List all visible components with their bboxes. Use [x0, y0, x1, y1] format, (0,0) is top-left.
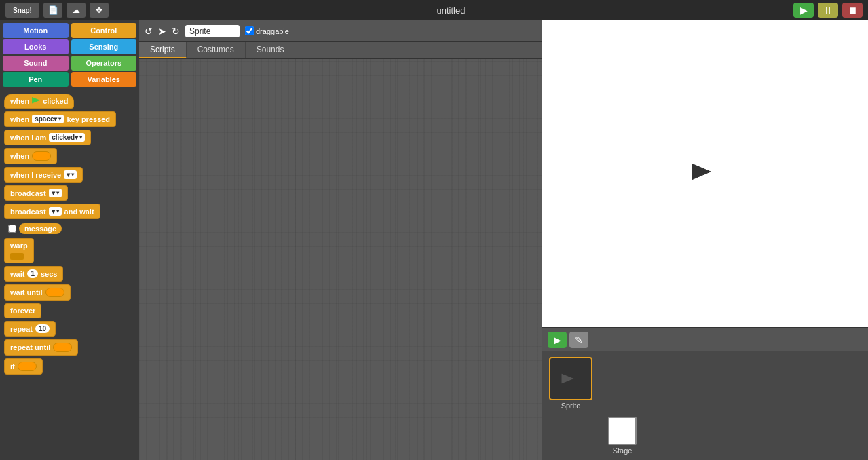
block-wait-secs[interactable]: wait 1 secs — [4, 266, 63, 282]
svg-marker-0 — [692, 164, 711, 180]
green-flag-button[interactable]: ▶ — [793, 3, 814, 18]
stage-sprite-arrow — [692, 161, 719, 187]
logo: Snap! — [5, 3, 39, 18]
stage-thumb-img — [608, 417, 637, 445]
sprite-name-input[interactable] — [185, 25, 240, 37]
block-warp[interactable]: warp — [4, 238, 34, 263]
category-row-3: Sound Operators — [3, 56, 136, 71]
sprite-thumb-label-sprite: Sprite — [561, 402, 581, 410]
block-when-key-pressed[interactable]: when space▾ key pressed — [4, 111, 116, 127]
tab-costumes[interactable]: Costumes — [187, 42, 246, 58]
block-when-i-receive[interactable]: when I receive ▾ — [4, 167, 83, 183]
tab-sounds[interactable]: Sounds — [246, 42, 296, 58]
category-sensing[interactable]: Sensing — [71, 39, 137, 54]
message-check[interactable] — [8, 225, 16, 233]
new-button[interactable]: 📄 — [43, 3, 62, 18]
block-when[interactable]: when — [4, 148, 57, 164]
right-panel: ▶ ✎ Sprite Stage — [542, 20, 868, 460]
block-if[interactable]: if — [4, 358, 43, 375]
category-row-4: Pen Variables — [3, 72, 136, 87]
category-control[interactable]: Control — [71, 23, 137, 38]
sprite-info-bar: ↺ ➤ ↻ draggable — [139, 20, 542, 42]
script-canvas[interactable] — [139, 59, 542, 460]
move-button[interactable]: ✥ — [90, 3, 109, 18]
block-when-flag-clicked[interactable]: when clicked — [4, 94, 74, 109]
stage-green-flag[interactable]: ▶ — [548, 332, 567, 348]
arrow-right-btn[interactable]: ➤ — [158, 26, 166, 37]
pause-button[interactable]: ⏸ — [818, 3, 838, 18]
middle-panel: ↺ ➤ ↻ draggable Scripts Costumes Sounds — [139, 20, 542, 460]
main-layout: Motion Control Looks Sensing Sound Opera… — [0, 20, 868, 460]
svg-marker-1 — [561, 373, 575, 384]
category-sound[interactable]: Sound — [3, 56, 69, 71]
block-message-checkbox[interactable]: message — [4, 222, 135, 235]
stage-controls: ▶ ✎ — [542, 327, 868, 351]
tab-scripts[interactable]: Scripts — [139, 42, 187, 58]
sprite-thumb-sprite[interactable]: Sprite — [548, 357, 594, 410]
left-panel: Motion Control Looks Sensing Sound Opera… — [0, 20, 139, 460]
stop-button[interactable]: ⏹ — [842, 3, 863, 18]
rotate-left-btn[interactable]: ↺ — [145, 26, 153, 37]
sprite-thumb-img-sprite — [549, 357, 592, 400]
rotate-right-btn[interactable]: ↻ — [172, 26, 180, 37]
block-repeat-until[interactable]: repeat until — [4, 339, 78, 356]
stage-canvas — [542, 20, 868, 327]
block-broadcast[interactable]: broadcast ▾ — [4, 185, 68, 201]
block-forever[interactable]: forever — [4, 303, 41, 318]
cloud-button[interactable]: ☁ — [67, 3, 86, 18]
category-motion[interactable]: Motion — [3, 23, 69, 38]
category-variables[interactable]: Variables — [71, 72, 137, 87]
block-wait-until[interactable]: wait until — [4, 284, 71, 301]
category-row-2: Looks Sensing — [3, 39, 136, 54]
draggable-checkbox[interactable] — [245, 26, 254, 35]
project-title: untitled — [113, 5, 789, 16]
stage-pencil-btn[interactable]: ✎ — [569, 332, 588, 348]
draggable-option: draggable — [245, 26, 289, 35]
block-repeat[interactable]: repeat 10 — [4, 321, 56, 337]
block-when-i-am-clicked[interactable]: when I am clicked▾ — [4, 130, 91, 145]
stage-thumb-label: Stage — [613, 446, 633, 455]
category-pen[interactable]: Pen — [3, 72, 69, 87]
block-broadcast-and-wait[interactable]: broadcast ▾ and wait — [4, 204, 100, 219]
category-operators[interactable]: Operators — [71, 56, 137, 71]
category-looks[interactable]: Looks — [3, 39, 69, 54]
blocks-palette: when clicked when space▾ key pressed whe… — [0, 90, 139, 460]
playback-controls: ▶ ⏸ ⏹ — [793, 3, 863, 18]
topbar: Snap! 📄 ☁ ✥ untitled ▶ ⏸ ⏹ — [0, 0, 868, 20]
block-categories: Motion Control Looks Sensing Sound Opera… — [0, 20, 139, 90]
sprite-thumb-stage[interactable]: Stage — [599, 417, 645, 455]
editor-tabs: Scripts Costumes Sounds — [139, 42, 542, 59]
sprites-list: Sprite Stage — [542, 351, 868, 460]
category-row-1: Motion Control — [3, 23, 136, 38]
